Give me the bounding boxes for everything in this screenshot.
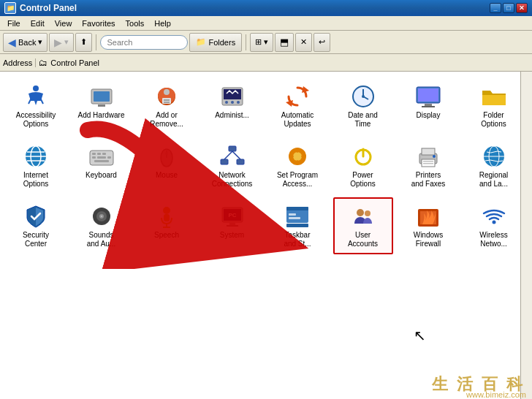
icon-item-power[interactable]: Power Options <box>333 137 393 194</box>
icon-img-set-prog <box>284 143 311 170</box>
icon-item-taskbar[interactable]: Taskbar and St... <box>267 197 327 254</box>
icon-item-user-accounts[interactable]: User Accounts <box>333 197 393 254</box>
view-button[interactable]: ⊞ ▾ <box>250 33 273 52</box>
icon-item-system[interactable]: PC System <box>202 197 262 254</box>
menu-file[interactable]: File <box>3 18 25 29</box>
icon-item-accessibility[interactable]: Accessibility Options <box>6 77 66 134</box>
svg-rect-34 <box>97 153 101 155</box>
icon-label-admin: Administ... <box>215 111 249 120</box>
svg-point-8 <box>164 89 170 95</box>
icon-item-wireless[interactable]: Wireless Netwo... <box>464 197 524 254</box>
icon-item-folder-options[interactable]: Folder Options <box>464 77 524 134</box>
menu-view[interactable]: View <box>50 18 77 29</box>
address-folder-icon: 🗂 <box>39 58 48 68</box>
address-path: Control Panel <box>50 58 99 67</box>
scrollbar[interactable] <box>520 72 532 399</box>
copy-button[interactable]: ⬒ <box>275 33 294 52</box>
icon-item-speech[interactable]: Speech <box>137 197 197 254</box>
icon-label-folder-options: Folder Options <box>481 111 506 129</box>
icon-img-auto-updates <box>284 83 311 110</box>
icon-img-taskbar <box>284 203 311 229</box>
close-button[interactable]: ✕ <box>516 3 528 13</box>
icon-item-hardware[interactable]: Add Hardware <box>72 77 132 134</box>
icon-item-network[interactable]: Network Connections <box>202 137 262 194</box>
svg-rect-4 <box>94 91 110 102</box>
maximize-button[interactable]: □ <box>503 3 514 13</box>
icon-item-security[interactable]: Security Center <box>6 197 66 254</box>
svg-rect-75 <box>286 207 308 210</box>
icon-label-regional: Regional and La... <box>479 171 508 189</box>
icon-item-printers[interactable]: Printers and Faxes <box>398 137 458 194</box>
toolbar-separator-2 <box>246 34 246 50</box>
icon-item-windows-firewall[interactable]: Windows Firewall <box>398 197 458 254</box>
mouse-cursor: ↖ <box>414 327 426 344</box>
view-dropdown-icon: ▾ <box>264 37 268 47</box>
icon-label-user-accounts: User Accounts <box>348 231 378 248</box>
address-label: Address <box>3 58 36 67</box>
icon-item-display[interactable]: Display <box>398 77 458 134</box>
up-button[interactable]: ⬆ <box>75 33 92 52</box>
back-label: Back <box>18 38 36 47</box>
forward-button[interactable]: ▶ ▾ <box>49 33 74 52</box>
minimize-button[interactable]: _ <box>490 3 501 13</box>
icon-item-auto-updates[interactable]: Automatic Updates <box>267 77 327 134</box>
icon-item-date-time[interactable]: Date and Time <box>333 77 393 134</box>
icon-item-internet[interactable]: Internet Options <box>6 137 66 194</box>
icon-label-display: Display <box>417 111 441 120</box>
address-bar: Address 🗂 Control Panel <box>0 54 532 72</box>
svg-rect-24 <box>418 88 438 102</box>
svg-point-80 <box>365 210 370 216</box>
menu-bar: File Edit View Favorites Tools Help <box>0 16 532 31</box>
icon-item-keyboard[interactable]: Keyboard <box>72 137 132 194</box>
search-input[interactable] <box>100 35 188 50</box>
icon-img-hardware <box>88 83 115 110</box>
icon-item-regional[interactable]: Regional and La... <box>464 137 524 194</box>
menu-favorites[interactable]: Favorites <box>77 18 119 29</box>
icon-label-printers: Printers and Faxes <box>411 171 446 189</box>
icon-label-power: Power Options <box>350 171 375 189</box>
folders-label: Folders <box>208 38 235 47</box>
icon-label-accessibility: Accessibility Options <box>16 111 56 129</box>
svg-point-79 <box>357 209 364 216</box>
icon-img-speech <box>153 203 180 229</box>
menu-help[interactable]: Help <box>150 18 175 29</box>
main-content: Accessibility Options Add Hardware Add o… <box>0 72 532 399</box>
icon-item-add-remove[interactable]: Add or Remove... <box>137 77 197 134</box>
icon-label-set-prog: Set Program Access... <box>277 171 318 189</box>
icon-grid: Accessibility Options Add Hardware Add o… <box>0 72 532 260</box>
icon-img-keyboard <box>88 143 115 170</box>
svg-rect-72 <box>227 225 238 227</box>
svg-rect-44 <box>221 159 228 164</box>
icon-label-internet: Internet Options <box>23 171 48 189</box>
svg-rect-11 <box>164 102 170 103</box>
back-button[interactable]: ◀ Back ▾ <box>3 33 48 52</box>
icon-img-system: PC <box>219 203 246 229</box>
icon-item-set-prog[interactable]: Set Program Access... <box>267 137 327 194</box>
toolbar: ◀ Back ▾ ▶ ▾ ⬆ 📁 Folders ⊞ ▾ ⬒ ✕ ↩ <box>0 31 532 54</box>
svg-rect-78 <box>289 217 300 219</box>
icon-item-admin[interactable]: Administ... <box>202 77 262 134</box>
icon-img-admin <box>219 83 246 110</box>
icon-img-display <box>415 83 441 110</box>
icon-label-security: Security Center <box>23 231 49 248</box>
icon-label-auto-updates: Automatic Updates <box>281 111 314 129</box>
svg-point-65 <box>163 207 170 214</box>
icon-img-mouse <box>153 143 180 170</box>
icon-img-printers <box>415 143 441 170</box>
icon-item-sounds[interactable]: Sounds and Au... <box>72 197 132 254</box>
svg-rect-76 <box>286 224 308 227</box>
icon-label-speech: Speech <box>154 231 179 240</box>
toolbar-separator-1 <box>96 34 96 50</box>
svg-text:PC: PC <box>228 212 236 218</box>
icon-item-mouse[interactable]: Mouse <box>137 137 197 194</box>
svg-point-22 <box>362 95 365 98</box>
view-icon: ⊞ <box>255 37 262 47</box>
folders-button[interactable]: 📁 Folders <box>189 33 242 52</box>
paste-button[interactable]: ✕ <box>295 33 312 52</box>
undo-button[interactable]: ↩ <box>314 33 330 52</box>
menu-edit[interactable]: Edit <box>26 18 49 29</box>
menu-tools[interactable]: Tools <box>121 18 149 29</box>
svg-line-47 <box>232 151 240 159</box>
title-bar: 📁 Control Panel _ □ ✕ <box>0 0 532 16</box>
svg-point-16 <box>237 101 240 104</box>
